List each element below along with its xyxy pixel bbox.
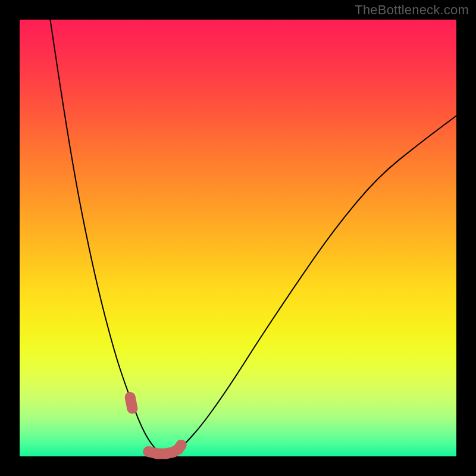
curve-marker [176,440,187,450]
watermark-text: TheBottleneck.com [355,2,469,18]
marker-group [125,392,187,459]
curve-marker [125,392,136,403]
bottleneck-curve [50,20,456,455]
chart-plot-area [20,20,456,456]
curve-marker [127,403,137,414]
chart-svg [20,20,456,456]
